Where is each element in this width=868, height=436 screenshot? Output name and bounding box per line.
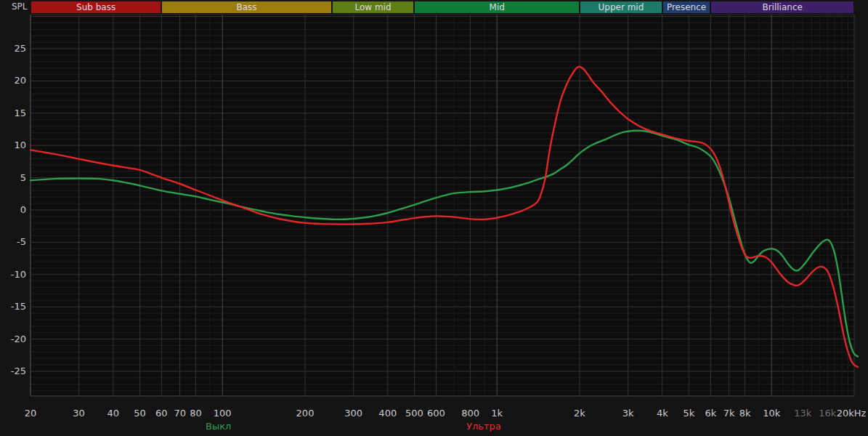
y-tick-label: -25	[0, 366, 26, 376]
x-tick-label-2k: 2k	[574, 408, 585, 419]
x-tick-label-50: 50	[134, 408, 146, 419]
x-tick-label-100: 100	[214, 408, 232, 419]
y-tick-label: 20	[0, 75, 26, 86]
x-tick-label-8k: 8k	[739, 408, 751, 419]
x-tick-label-70: 70	[174, 408, 186, 419]
chart-canvas	[0, 0, 868, 436]
y-tick-label: -5	[0, 236, 26, 247]
x-tick-label-30: 30	[73, 408, 85, 419]
y-tick-label: -10	[0, 269, 26, 280]
x-tick-label-40: 40	[108, 408, 120, 419]
legend-item-ultra[interactable]: Ультра	[466, 421, 501, 432]
y-tick-label: -20	[0, 334, 26, 344]
x-tick-label-300: 300	[344, 408, 362, 419]
x-tick-label-4k: 4k	[657, 408, 668, 419]
x-tick-label-7k: 7k	[723, 408, 735, 419]
y-tick-label: 5	[0, 172, 26, 183]
x-tick-label-800: 800	[461, 408, 479, 419]
y-tick-label: 15	[0, 108, 26, 118]
x-tick-label-200: 200	[296, 408, 315, 419]
x-tick-label-3k: 3k	[622, 408, 634, 419]
x-tick-label-6k: 6k	[705, 408, 716, 419]
x-tick-label-20: 20	[25, 408, 37, 419]
x-tick-label-500: 500	[405, 408, 423, 419]
legend-item-off[interactable]: Выкл	[206, 421, 231, 432]
y-tick-label: 25	[0, 43, 26, 54]
x-tick-label-60: 60	[155, 408, 168, 419]
x-tick-label-80: 80	[190, 408, 202, 419]
y-tick-label: 10	[0, 140, 26, 150]
x-tick-label-600: 600	[427, 408, 445, 419]
x-tick-label-20kHz: 20kHz	[837, 408, 867, 419]
y-tick-label: 0	[0, 204, 26, 215]
y-tick-label: -15	[0, 301, 26, 312]
x-tick-label-13k: 13k	[794, 408, 811, 419]
x-tick-label-5k: 5k	[684, 408, 695, 419]
x-tick-label-10k: 10k	[763, 408, 780, 419]
x-tick-label-16k: 16k	[819, 408, 836, 419]
x-tick-label-1k: 1k	[491, 408, 503, 419]
x-tick-label-400: 400	[378, 408, 397, 419]
frequency-response-chart: SPL Sub bassBassLow midMidUpper midPrese…	[0, 0, 868, 436]
